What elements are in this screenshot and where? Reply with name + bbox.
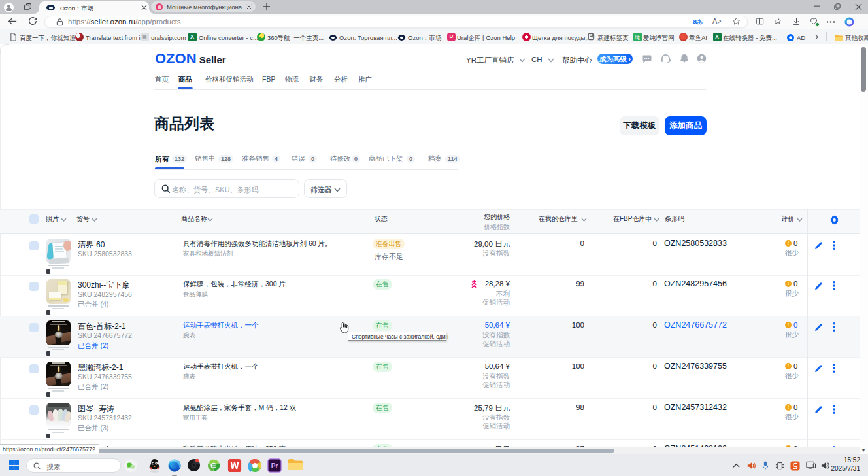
svg-text:Pr: Pr bbox=[271, 462, 278, 469]
